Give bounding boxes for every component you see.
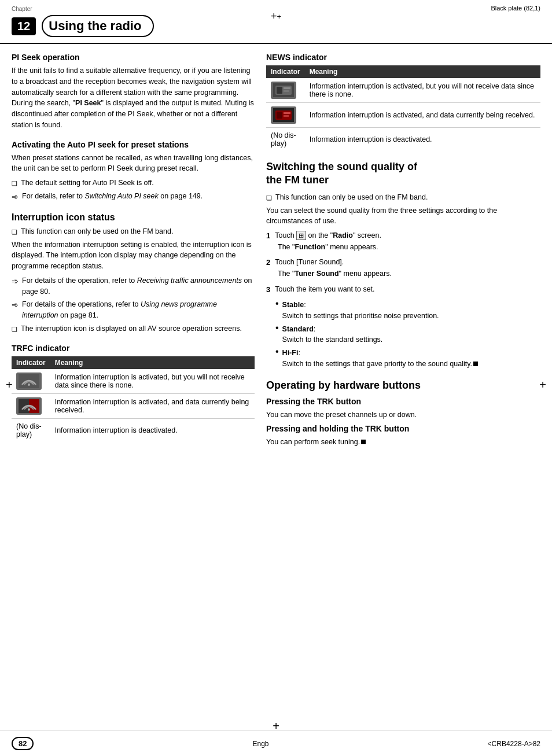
svg-point-4 [28, 408, 30, 411]
step-2-text: Touch [Tuner Sound]. [275, 257, 344, 268]
step-3: 3 Touch the item you want to set. [266, 284, 540, 296]
arrow-icon-1: ➾ [12, 191, 19, 203]
step-3-text: Touch the item you want to set. [275, 284, 374, 295]
footer-lang: Engb [253, 740, 269, 748]
trfc-meaning-2: Information interruption is activated, a… [50, 393, 255, 418]
interruption-item-1-text: For details of the operation, refer to R… [22, 275, 255, 297]
trfc-indicator-3: (No dis-play) [12, 418, 50, 442]
arrow-icon-2: ➾ [12, 275, 19, 287]
pressing-holding-trk-body: You can perform seek tuning. [266, 437, 540, 448]
switching-checkbox-text: This function can only be used on the FM… [275, 192, 428, 203]
table-row: Information interruption is activated, a… [12, 393, 255, 418]
step-2: 2 Touch [Tuner Sound]. The "Tuner Sound"… [266, 257, 540, 279]
switching-body: You can select the sound quality from th… [266, 205, 540, 227]
interruption-checkbox-2: ❏ The interruption icon is displayed on … [12, 323, 255, 334]
step-3-number: 3 [266, 284, 270, 296]
auto-pi-title: Activating the Auto PI seek for preset s… [12, 140, 255, 149]
news-col1-header: Indicator [266, 65, 305, 78]
bullet-stable: • Stable:Switch to settings that priorit… [266, 300, 540, 322]
pressing-trk-title: Pressing the TRK button [266, 397, 540, 406]
checkbox-icon-1: ❏ [12, 179, 17, 189]
arrow-icon-3: ➾ [12, 299, 19, 311]
step-1: 1 Touch ⊞ on the "Radio" screen. The "Fu… [266, 230, 540, 252]
interruption-body: When the information interruption settin… [12, 239, 255, 272]
footer: 82 Engb <CRB4228-A>82 [0, 731, 552, 756]
trfc-meaning-1: Information interruption is activated, b… [50, 369, 255, 394]
crosshair-left: + [6, 378, 13, 392]
trfc-meaning-3: Information interruption is deactivated. [50, 418, 255, 442]
step-1-sub: The "Function" menu appears. [266, 242, 540, 253]
trfc-svg-1 [19, 374, 39, 388]
pi-seek-section: PI Seek operation If the unit fails to f… [12, 53, 255, 131]
trfc-section: TRFC indicator Indicator Meaning [12, 344, 255, 442]
step-1-text: Touch ⊞ on the "Radio" screen. [275, 230, 381, 241]
checkbox-icon-3: ❏ [12, 324, 17, 334]
pressing-trk-body: You can move the preset channels up or d… [266, 410, 540, 421]
news-indicator-3: (No dis-play) [266, 128, 305, 152]
end-square-2 [361, 440, 366, 444]
trfc-col2-header: Meaning [50, 356, 255, 369]
checkbox-icon-2: ❏ [12, 227, 17, 237]
hardware-buttons-section: Operating by hardware buttons Pressing t… [266, 379, 540, 448]
interruption-title: Interruption icon status [12, 212, 255, 223]
news-indicator-section: NEWS indicator Indicator Meaning [266, 53, 540, 151]
chapter-header: Chapter 12 Using the radio [0, 0, 552, 44]
auto-pi-body: When preset stations cannot be recalled,… [12, 153, 255, 175]
svg-rect-9 [284, 90, 289, 92]
news-icon-red [271, 106, 296, 124]
right-column: NEWS indicator Indicator Meaning [266, 53, 540, 455]
left-column: PI Seek operation If the unit fails to f… [12, 53, 255, 455]
interruption-item-2-text: For details of the operations, refer to … [22, 299, 255, 321]
footer-code: <CRB4228-A>82 [488, 740, 540, 748]
auto-pi-item-2-text: For details, refer to Switching Auto PI … [22, 191, 203, 202]
interruption-checkbox-2-text: The interruption icon is displayed on al… [21, 323, 242, 334]
news-svg-1 [273, 83, 294, 97]
trfc-icon-dark [16, 373, 42, 390]
trfc-title: TRFC indicator [12, 344, 255, 353]
svg-rect-13 [284, 112, 290, 114]
interruption-section: Interruption icon status ❏ This function… [12, 212, 255, 334]
table-row: (No dis-play) Information interruption i… [266, 128, 540, 152]
news-table: Indicator Meaning [266, 65, 540, 151]
trfc-col1-header: Indicator [12, 356, 50, 369]
step-1-number: 1 [266, 230, 270, 242]
bullet-standard-text: Standard:Switch to the standard settings… [282, 324, 383, 346]
step-2-sub: The "Tuner Sound" menu appears. [266, 268, 540, 279]
bullet-dot-1: • [275, 299, 279, 308]
auto-pi-section: Activating the Auto PI seek for preset s… [12, 140, 255, 203]
trfc-table: Indicator Meaning [12, 356, 255, 442]
svg-rect-12 [277, 112, 282, 119]
table-row: Information interruption is activated, b… [266, 78, 540, 103]
interruption-item-2: ➾ For details of the operations, refer t… [12, 299, 255, 321]
interruption-checkbox-1: ❏ This function can only be used on the … [12, 226, 255, 237]
trfc-icon-red [16, 397, 42, 415]
trfc-svg-2 [19, 399, 39, 413]
crosshair-right: + [539, 378, 546, 392]
checkbox-icon-4: ❏ [266, 193, 272, 203]
news-col2-header: Meaning [305, 65, 540, 78]
svg-rect-14 [284, 115, 289, 117]
trfc-no-display: (No dis-play) [16, 422, 42, 438]
main-content: PI Seek operation If the unit fails to f… [0, 44, 552, 464]
table-row: Information interruption is activated, a… [266, 103, 540, 128]
switching-sound-section: Switching the sound quality ofthe FM tun… [266, 160, 540, 370]
chapter-label: Chapter [12, 6, 32, 12]
chapter-number: 12 [12, 17, 36, 35]
news-indicator-title: NEWS indicator [266, 53, 540, 62]
bullet-stable-text: Stable:Switch to settings that prioritis… [282, 300, 439, 322]
svg-rect-7 [277, 87, 282, 94]
pi-seek-title: PI Seek operation [12, 53, 255, 62]
news-indicator-1 [266, 78, 305, 103]
news-meaning-1: Information interruption is activated, b… [305, 78, 540, 103]
switching-checkbox: ❏ This function can only be used on the … [266, 192, 540, 203]
bullet-hifi-text: Hi-Fi:Switch to the settings that gave p… [282, 348, 478, 370]
footer-page-number: 82 [12, 737, 34, 750]
end-square-1 [473, 362, 478, 366]
auto-pi-item-1: ❏ The default setting for Auto PI Seek i… [12, 178, 255, 189]
news-icon-dark [271, 82, 296, 99]
bullet-dot-2: • [275, 323, 279, 333]
trfc-indicator-2 [12, 393, 50, 418]
switching-sound-title: Switching the sound quality ofthe FM tun… [266, 160, 540, 187]
step-2-number: 2 [266, 257, 270, 268]
auto-pi-item-1-text: The default setting for Auto PI Seek is … [21, 178, 154, 189]
